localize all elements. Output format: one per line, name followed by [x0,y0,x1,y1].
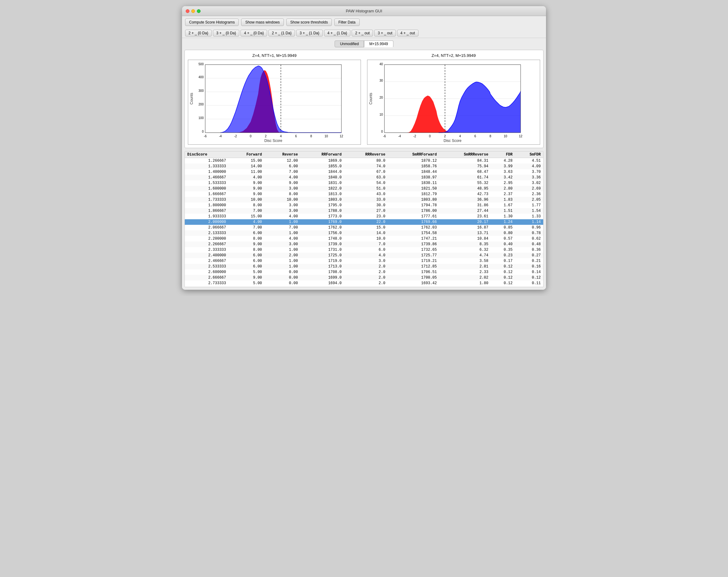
table-row[interactable]: 1.40000011.007.001844.067.01848.4468.473… [185,169,543,175]
maximize-button[interactable] [197,9,201,13]
table-row[interactable]: 1.6666679.008.001813.043.01812.7942.732.… [185,191,543,197]
table-cell: 1.58 [439,286,491,287]
svg-text:6: 6 [474,135,476,138]
table-row[interactable]: 2.4000006.002.001725.04.01725.774.740.23… [185,253,543,258]
score-thresholds-button[interactable]: Show score thresholds [286,19,332,26]
table-cell: 2.0 [344,275,388,280]
table-row[interactable]: 1.73333310.0010.001803.033.01803.8036.96… [185,197,543,202]
table-row[interactable]: 2.7333335.000.001694.02.01693.421.800.12… [185,280,543,286]
table-cell: 1.400000 [185,169,228,175]
svg-text:Disc Score: Disc Score [264,139,282,143]
table-cell: 3.42 [491,175,515,180]
tab-4plus-1da[interactable]: 4 + _ {1 Da} [324,30,351,36]
tab-2plus-1da[interactable]: 2 + _ {1 Da} [268,30,295,36]
table-cell: 0.85 [491,225,515,230]
table-cell: 8.00 [228,202,264,208]
tab-3plus-0da[interactable]: 3 + _ {0 Da} [213,30,240,36]
tab-4plus-out[interactable]: 4 + _ out [397,30,418,36]
svg-text:20: 20 [380,96,383,99]
table-cell: 1844.0 [300,169,344,175]
table-cell: 0.00 [264,280,300,286]
table-cell: 20.17 [439,219,491,225]
table-cell: 10.00 [264,197,300,202]
table-cell: 0.09 [515,286,543,287]
table-cell: 4.28 [491,158,515,164]
table-cell: 1.266667 [185,158,228,164]
table-cell: 1.733333 [185,197,228,202]
table-row[interactable]: 2.2666679.003.001739.07.01739.868.350.40… [185,242,543,247]
table-row[interactable]: 2.6666679.000.001699.02.01700.052.020.12… [185,275,543,280]
toolbar: Compute Score Histograms Show mass windo… [182,16,546,28]
table-cell: 3.00 [264,208,300,214]
table-row[interactable]: 2.1333336.001.001756.014.01754.5813.710.… [185,230,543,236]
table-row[interactable]: 1.8666677.003.001788.027.01786.0027.441.… [185,208,543,214]
table-cell: 1694.0 [300,280,344,286]
tab-2plus-out[interactable]: 2 + _ out [352,30,373,36]
close-button[interactable] [186,9,189,13]
table-row[interactable]: 2.6000005.000.001708.02.01706.512.330.12… [185,269,543,275]
table-cell: 1788.0 [300,208,344,214]
tab-4plus-0da[interactable]: 4 + _ {0 Da} [240,30,267,36]
table-row[interactable]: 2.0000004.001.001769.022.01769.6620.171.… [185,219,543,225]
table-cell: 9.00 [228,180,264,186]
table-cell: 0.40 [491,242,515,247]
table-row[interactable]: 2.3333338.001.001731.06.01732.656.320.35… [185,247,543,253]
table-cell: 0.80 [491,230,515,236]
svg-text:4: 4 [459,135,461,138]
minimize-button[interactable] [191,9,195,13]
table-row[interactable]: 1.26666715.0012.001869.080.01870.1284.31… [185,158,543,164]
table-row[interactable]: 2.8000007.000.001687.02.01686.571.580.12… [185,286,543,287]
table-cell: 1.80 [439,280,491,286]
filter-data-button[interactable]: Filter Data [334,19,359,26]
table-cell: 3.63 [491,169,515,175]
table-cell: 1687.0 [300,286,344,287]
svg-text:6: 6 [295,135,297,138]
table-cell: 9.00 [228,275,264,280]
mass-windows-button[interactable]: Show mass windows [241,19,284,26]
table-cell: 63.0 [344,175,388,180]
subtab-unmodified[interactable]: Unmodified [335,40,364,47]
table-row[interactable]: 1.8000008.003.001795.030.01794.7831.861.… [185,202,543,208]
table-cell: 0.17 [491,258,515,264]
table-cell: 3.00 [264,242,300,247]
col-rrforward: RRForward [300,152,344,158]
table-cell: 2.466667 [185,258,228,264]
table-row[interactable]: 2.0666677.007.001762.015.01762.0316.870.… [185,225,543,230]
tab-2plus-0da[interactable]: 2 + _ {0 Da} [185,30,212,36]
table-cell: 3.58 [439,258,491,264]
svg-marker-50 [407,95,456,133]
table-row[interactable]: 1.33333314.006.001855.074.01858.7675.943… [185,164,543,169]
table-cell: 2.0 [344,269,388,275]
table-cell: 3.36 [515,175,543,180]
table-cell: 2.000000 [185,219,228,225]
table-row[interactable]: 2.4666676.001.001719.03.01719.213.580.17… [185,258,543,264]
table-cell: 1855.0 [300,164,344,169]
table-cell: 80.0 [344,158,388,164]
table-cell: 1769.66 [388,219,439,225]
svg-marker-51 [439,82,521,133]
table-row[interactable]: 1.4666674.004.001840.063.01838.9761.743.… [185,175,543,180]
svg-text:30: 30 [380,79,383,82]
table-cell: 0.36 [515,247,543,253]
table-cell: 48.95 [439,186,491,191]
table-cell: 1762.03 [388,225,439,230]
table-cell: 0.48 [515,242,543,247]
tab-3plus-1da[interactable]: 3 + _ {1 Da} [296,30,323,36]
subtab-mplus[interactable]: M+15.9949 [364,40,393,47]
table-cell: 27.0 [344,208,388,214]
table-cell: 2.0 [344,286,388,287]
table-cell: 3.00 [264,186,300,191]
table-cell: 55.32 [439,180,491,186]
table-row[interactable]: 1.6000009.003.001822.051.01821.5048.952.… [185,186,543,191]
table-row[interactable]: 1.5333339.009.001831.054.01830.1155.322.… [185,180,543,186]
table-row[interactable]: 1.93333315.004.001773.023.01777.6123.611… [185,214,543,219]
tab-3plus-out[interactable]: 3 + _ out [374,30,396,36]
table-cell: 0.78 [515,230,543,236]
table-cell: 2.400000 [185,253,228,258]
table-cell: 12.00 [264,158,300,164]
table-row[interactable]: 2.5333336.001.001713.02.01712.852.810.12… [185,264,543,269]
compute-button[interactable]: Compute Score Histograms [185,19,239,26]
table-cell: 1748.0 [300,236,344,242]
table-cell: 1.866667 [185,208,228,214]
table-row[interactable]: 2.2000008.004.001748.010.01747.2110.840.… [185,236,543,242]
